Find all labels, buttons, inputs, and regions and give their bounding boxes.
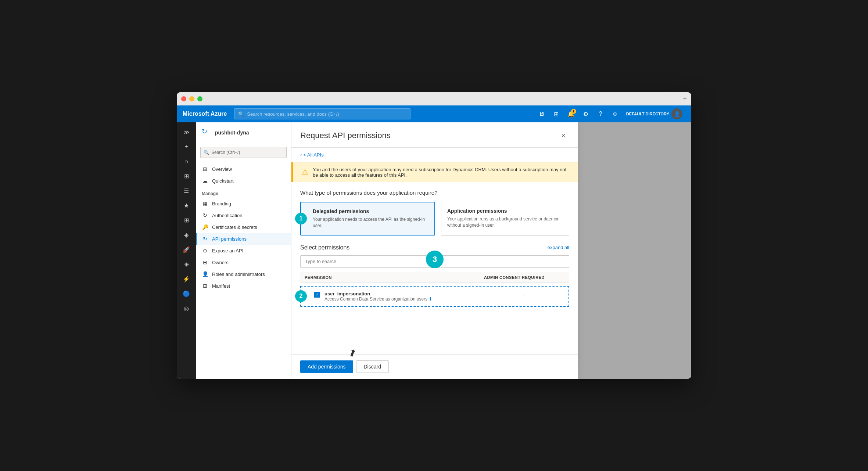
overview-icon: ⊞: [202, 166, 208, 172]
settings-icon[interactable]: ⚙: [579, 107, 592, 121]
permissions-table-header: PERMISSION ADMIN CONSENT REQUIRED: [300, 272, 569, 283]
sidebar-item-quickstart[interactable]: ☁ Quickstart: [196, 175, 291, 187]
mac-maximize-button[interactable]: [197, 96, 202, 101]
add-permissions-button[interactable]: Add permissions: [300, 360, 353, 373]
sidebar-item-branding[interactable]: ▦ Branding: [196, 198, 291, 209]
sidebar-item-owners[interactable]: ⊞ Owners: [196, 256, 291, 268]
step2-badge: 2: [295, 290, 307, 302]
rail-storage-icon[interactable]: ◈: [179, 228, 194, 241]
panel-title: Request API permissions: [300, 131, 391, 140]
rail-orbit-icon[interactable]: ◎: [179, 302, 194, 315]
permission-column-header: PERMISSION: [305, 275, 484, 280]
rail-favorites-icon[interactable]: ★: [179, 199, 194, 212]
panel-overlay: Request API permissions × ‹ < All APIs ⚠: [291, 122, 691, 379]
permission-info: user_impersonation Access Common Data Se…: [324, 291, 483, 302]
nav-icons-group: 🖥 ⊞ 🔔 2 ⚙ ? ☺ DEFAULT DIRECTORY 👤: [535, 107, 685, 121]
panel-close-button[interactable]: ×: [557, 130, 569, 141]
sidebar-item-label: Owners: [212, 260, 229, 265]
rail-globe-icon[interactable]: ⊕: [179, 258, 194, 271]
request-api-permissions-panel: Request API permissions × ‹ < All APIs ⚠: [291, 122, 578, 379]
rail-deploy-icon[interactable]: 🚀: [179, 243, 194, 256]
mac-window-buttons: [181, 96, 202, 101]
discard-button[interactable]: Discard: [356, 360, 389, 373]
permission-desc-text: Access Common Data Service as organizati…: [324, 296, 427, 302]
application-permissions-card[interactable]: Application permissions Your application…: [441, 202, 569, 236]
permission-row: 2 ✓ user_impersonation Access Common Dat…: [300, 286, 569, 307]
admin-consent-column-header: ADMIN CONSENT REQUIRED: [484, 275, 565, 280]
azure-logo: Microsoft Azure: [183, 111, 227, 117]
sidebar-item-api-permissions[interactable]: ↻ API permissions: [196, 233, 291, 245]
notifications-icon[interactable]: 🔔 2: [564, 107, 578, 121]
sidebar-item-expose-api[interactable]: ⊙ Expose an API: [196, 245, 291, 256]
mac-window: + Microsoft Azure 🔍 Search resources, se…: [177, 92, 691, 379]
feedback-icon[interactable]: ☺: [609, 107, 622, 121]
sidebar-item-label: Branding: [212, 201, 231, 206]
warning-banner: ⚠ You and the users of your application …: [291, 162, 578, 182]
avatar: 👤: [671, 108, 682, 119]
rail-collapse-button[interactable]: ≫: [179, 125, 194, 139]
step3-badge: 3: [426, 251, 444, 268]
expand-all-link[interactable]: expand all: [548, 245, 569, 250]
sidebar-item-certificates[interactable]: 🔑 Certificates & secrets: [196, 221, 291, 233]
azure-top-nav: Microsoft Azure 🔍 Search resources, serv…: [177, 105, 691, 122]
permission-type-cards: 1 Delegated permissions Your application…: [300, 202, 569, 236]
warning-text: You and the users of your application ma…: [313, 167, 569, 178]
cloud-shell-icon[interactable]: 🖥: [535, 107, 548, 121]
sidebar-search[interactable]: 🔍 Search (Ctrl+/): [200, 147, 287, 158]
sidebar-item-label: Certificates & secrets: [212, 224, 257, 230]
sidebar-item-label: Roles and administrators: [212, 272, 265, 277]
sidebar-item-authentication[interactable]: ↻ Authentication: [196, 209, 291, 221]
warning-icon: ⚠: [302, 168, 308, 176]
rail-create-button[interactable]: +: [179, 140, 194, 153]
rail-sql-icon[interactable]: 🔵: [179, 287, 194, 300]
roles-icon: 👤: [202, 271, 208, 277]
directory-icon[interactable]: ⊞: [550, 107, 563, 121]
sidebar-item-label: API permissions: [212, 236, 247, 242]
quickstart-icon: ☁: [202, 178, 208, 184]
account-info[interactable]: DEFAULT DIRECTORY 👤: [623, 108, 685, 119]
application-card-title: Application permissions: [447, 208, 563, 214]
delegated-card-title: Delegated permissions: [313, 208, 428, 214]
step1-badge: 1: [295, 213, 307, 224]
expose-api-icon: ⊙: [202, 248, 208, 254]
rail-home-icon[interactable]: ⌂: [179, 155, 194, 168]
branding-icon: ▦: [202, 201, 208, 206]
permission-type-question: What type of permissions does your appli…: [300, 190, 569, 196]
rail-functions-icon[interactable]: ⚡: [179, 272, 194, 285]
mac-minimize-button[interactable]: [189, 96, 194, 101]
owners-icon: ⊞: [202, 259, 208, 265]
api-permissions-icon: ↻: [202, 236, 208, 242]
sidebar-nav: ⊞ Overview ☁ Quickstart Manage ▦ Brandin…: [196, 162, 291, 293]
permission-name: user_impersonation: [324, 291, 483, 296]
help-icon[interactable]: ?: [594, 107, 607, 121]
back-to-all-apis-link[interactable]: ‹ < All APIs: [291, 148, 578, 162]
sidebar-item-label: Authentication: [212, 213, 242, 218]
panel-actions: Add permissions Discard: [291, 354, 578, 379]
delegated-card-desc: Your application needs to access the API…: [313, 216, 428, 229]
sidebar-item-manifest[interactable]: ⊞ Manifest: [196, 280, 291, 292]
sidebar-item-overview[interactable]: ⊞ Overview: [196, 163, 291, 175]
sidebar-header: ↻ pushbot-dyna: [196, 122, 291, 143]
app-icon: ↻: [202, 127, 212, 138]
sidebar-item-roles[interactable]: 👤 Roles and administrators: [196, 268, 291, 280]
mac-close-button[interactable]: [181, 96, 186, 101]
sidebar-search-placeholder: Search (Ctrl+/): [211, 150, 240, 155]
mac-titlebar: +: [177, 92, 691, 105]
azure-search-bar[interactable]: 🔍 Search resources, services, and docs (…: [234, 108, 410, 119]
rail-dashboard-icon[interactable]: ⊞: [179, 169, 194, 183]
manage-section-title: Manage: [196, 187, 291, 198]
mac-new-tab-button[interactable]: +: [683, 95, 687, 103]
content-area: Home > Default Directory Request API per…: [291, 122, 691, 379]
sidebar-item-label: Quickstart: [212, 178, 234, 184]
app-name: pushbot-dyna: [215, 130, 249, 136]
account-label: DEFAULT DIRECTORY: [626, 112, 669, 116]
delegated-permissions-card[interactable]: 1 Delegated permissions Your application…: [300, 202, 435, 236]
rail-appservices-icon[interactable]: ⊞: [179, 213, 194, 227]
select-permissions-title: Select permissions: [300, 244, 349, 251]
permission-checkbox[interactable]: ✓: [314, 292, 320, 298]
permissions-section: What type of permissions does your appli…: [291, 182, 578, 317]
rail-allservices-icon[interactable]: ☰: [179, 184, 194, 197]
certificates-icon: 🔑: [202, 224, 208, 230]
icon-rail: ≫ + ⌂ ⊞ ☰ ★ ⊞ ◈ 🚀 ⊕ ⚡ 🔵 ◎: [177, 122, 196, 379]
info-icon[interactable]: ℹ: [430, 296, 431, 302]
